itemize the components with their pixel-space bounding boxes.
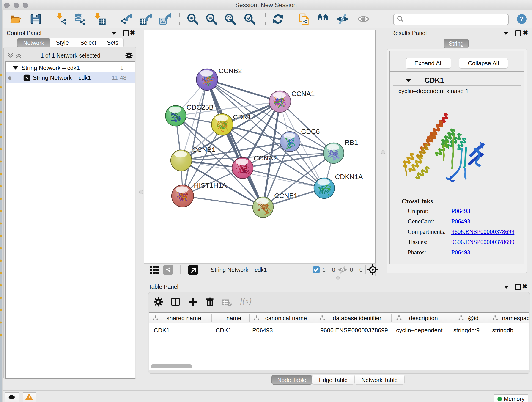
svg-text:CDK1: CDK1 — [233, 113, 251, 121]
svg-text:CCNE1: CCNE1 — [274, 192, 298, 199]
svg-text:CDKN1A: CDKN1A — [335, 173, 363, 180]
svg-text:CCNA2: CCNA2 — [254, 154, 277, 162]
svg-text:CDC6: CDC6 — [301, 128, 320, 135]
svg-text:CCNB2: CCNB2 — [219, 67, 242, 75]
svg-text:CCNA1: CCNA1 — [291, 90, 315, 97]
svg-text:CDC25B: CDC25B — [186, 103, 214, 111]
svg-text:CCNB1: CCNB1 — [192, 146, 215, 153]
svg-text:?: ? — [520, 15, 524, 22]
svg-text:RB1: RB1 — [345, 139, 358, 146]
svg-text:HIST1H1A: HIST1H1A — [194, 182, 227, 189]
